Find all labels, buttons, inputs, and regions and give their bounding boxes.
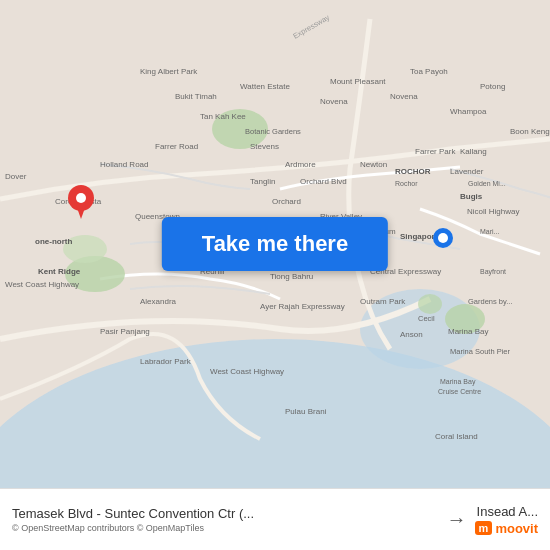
attribution-text: © OpenStreetMap contributors © OpenMapTi… (12, 523, 439, 533)
svg-text:Mari...: Mari... (480, 228, 500, 235)
svg-text:Farrer Park: Farrer Park (415, 147, 456, 156)
svg-text:Newton: Newton (360, 160, 387, 169)
svg-text:Golden Mi...: Golden Mi... (468, 180, 506, 187)
svg-text:Pasir Panjang: Pasir Panjang (100, 327, 150, 336)
svg-text:Boon Keng: Boon Keng (510, 127, 550, 136)
svg-text:Coral Island: Coral Island (435, 432, 478, 441)
svg-text:Ayer Rajah Expressway: Ayer Rajah Expressway (260, 302, 345, 311)
svg-point-68 (76, 193, 86, 203)
svg-text:Ardmore: Ardmore (285, 160, 316, 169)
moovit-logo: m moovit (475, 521, 538, 536)
svg-text:Pulau Brani: Pulau Brani (285, 407, 327, 416)
svg-text:Marina Bay: Marina Bay (448, 327, 488, 336)
svg-text:Stevens: Stevens (250, 142, 279, 151)
svg-text:Mount Pleasant: Mount Pleasant (330, 77, 386, 86)
bottom-bar: Temasek Blvd - Suntec Convention Ctr (..… (0, 488, 550, 550)
svg-text:Farrer Road: Farrer Road (155, 142, 198, 151)
moovit-m-badge: m (475, 521, 493, 535)
svg-point-70 (438, 233, 448, 243)
svg-text:Orchard: Orchard (272, 197, 301, 206)
svg-text:Cecil: Cecil (418, 314, 435, 323)
svg-text:King Albert Park: King Albert Park (140, 67, 198, 76)
svg-text:Kent Ridge: Kent Ridge (38, 267, 81, 276)
map-area: King Albert Park Bukit Timah Watten Esta… (0, 0, 550, 488)
moovit-wordmark: moovit (495, 521, 538, 536)
svg-text:Bugis: Bugis (460, 192, 483, 201)
svg-text:Lavender: Lavender (450, 167, 484, 176)
svg-text:Bukit Timah: Bukit Timah (175, 92, 217, 101)
svg-text:Tiong Bahru: Tiong Bahru (270, 272, 313, 281)
svg-text:Whampoa: Whampoa (450, 107, 487, 116)
bottom-right: Insead A... m moovit (475, 504, 538, 536)
svg-text:Marina Bay: Marina Bay (440, 378, 476, 386)
svg-text:Outram Park: Outram Park (360, 297, 406, 306)
svg-text:Botanic Gardens: Botanic Gardens (245, 127, 301, 136)
svg-text:Dover: Dover (5, 172, 27, 181)
svg-text:Orchard Blvd: Orchard Blvd (300, 177, 347, 186)
svg-text:Bayfront: Bayfront (480, 268, 506, 276)
svg-text:Nicoll Highway: Nicoll Highway (467, 207, 519, 216)
app-container: King Albert Park Bukit Timah Watten Esta… (0, 0, 550, 550)
svg-text:Anson: Anson (400, 330, 423, 339)
origin-label: Temasek Blvd - Suntec Convention Ctr (..… (12, 506, 439, 521)
svg-marker-67 (76, 205, 86, 219)
svg-text:Watten Estate: Watten Estate (240, 82, 291, 91)
svg-text:West Coast Highway: West Coast Highway (5, 280, 79, 289)
svg-text:Toa Payoh: Toa Payoh (410, 67, 448, 76)
svg-text:Gardens by...: Gardens by... (468, 297, 512, 306)
svg-text:Potong: Potong (480, 82, 505, 91)
svg-text:Novena: Novena (320, 97, 348, 106)
svg-text:Novena: Novena (390, 92, 418, 101)
svg-text:ROCHOR: ROCHOR (395, 167, 431, 176)
take-me-there-button[interactable]: Take me there (162, 217, 388, 271)
svg-text:Cruise Centre: Cruise Centre (438, 388, 481, 395)
svg-text:Tan Kah Kee: Tan Kah Kee (200, 112, 246, 121)
svg-text:Kallang: Kallang (460, 147, 487, 156)
svg-text:Marina South Pier: Marina South Pier (450, 347, 511, 356)
svg-text:Labrador Park: Labrador Park (140, 357, 192, 366)
destination-marker (432, 227, 454, 253)
bottom-left: Temasek Blvd - Suntec Convention Ctr (..… (12, 506, 439, 533)
svg-text:Holland Road: Holland Road (100, 160, 148, 169)
svg-text:West Coast Highway: West Coast Highway (210, 367, 284, 376)
svg-point-7 (418, 294, 442, 314)
arrow-icon: → (447, 508, 467, 531)
svg-text:Tanglin: Tanglin (250, 177, 275, 186)
destination-label: Insead A... (477, 504, 538, 519)
origin-marker (68, 185, 94, 223)
svg-text:one-north: one-north (35, 237, 72, 246)
svg-text:Alexandra: Alexandra (140, 297, 177, 306)
svg-text:Rochor: Rochor (395, 180, 418, 187)
